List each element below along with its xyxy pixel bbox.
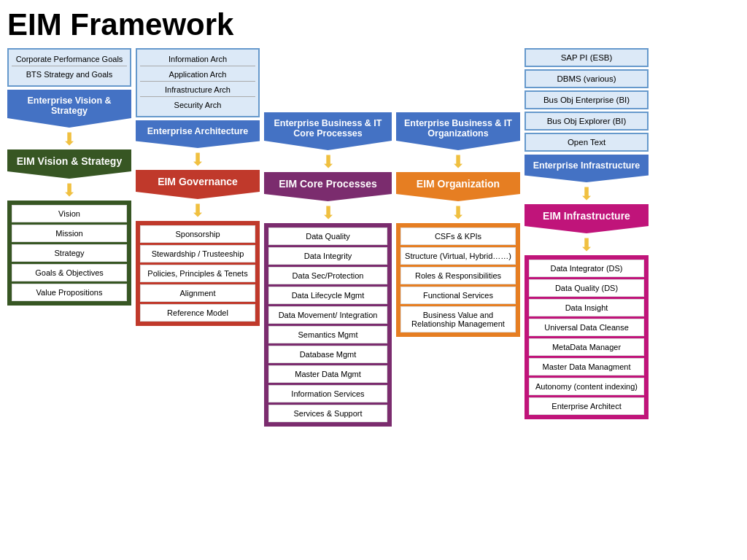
list-item: Database Mgmt <box>268 346 387 363</box>
list-item: Enterprise Architect <box>529 397 644 415</box>
top-info-arch: Information Arch Application Arch Infras… <box>136 48 260 117</box>
down-arrow-arch: ⬇ <box>190 151 205 168</box>
column-organizations: Enterprise Business & IT Organizations ⬇… <box>396 48 520 427</box>
list-item: Stewardship / Trusteeship <box>140 245 255 262</box>
eim-banner-vision: EIM Vision & Strategy <box>7 149 131 179</box>
list-item: Information Services <box>268 385 387 402</box>
tool-item: SAP PI (ESB) <box>525 48 649 67</box>
list-item: Data Insight <box>529 299 644 316</box>
content-infra: Data Integrator (DS) Data Quality (DS) D… <box>525 255 649 419</box>
blue-banner-arch: Enterprise Architecture <box>136 120 260 148</box>
eim-banner-org: EIM Organization <box>396 172 520 201</box>
list-item: Strategy <box>12 244 127 262</box>
list-item: Data Lifecycle Mgmt <box>268 287 387 304</box>
list-item: Data Movement/ Integration <box>268 306 387 324</box>
down-arrow-org: ⬇ <box>451 153 465 171</box>
column-architecture: Information Arch Application Arch Infras… <box>136 48 260 427</box>
column-vision-strategy: Corporate Performance Goals BTS Strategy… <box>7 48 131 427</box>
top-info-item: Security Arch <box>140 98 255 112</box>
list-item: Business Value and Relationship Manageme… <box>400 306 516 332</box>
list-item: Value Propositions <box>12 284 127 301</box>
list-item: Mission <box>12 225 127 242</box>
main-layout: Corporate Performance Goals BTS Strategy… <box>7 48 740 427</box>
page-container: EIM Framework Corporate Performance Goal… <box>7 7 740 427</box>
list-item: Master Data Managment <box>529 358 644 376</box>
right-tools: SAP PI (ESB) DBMS (various) Bus Obj Ente… <box>525 48 649 152</box>
list-item: CSFs & KPIs <box>400 228 516 245</box>
down-arrow-infra2: ⬇ <box>579 236 594 254</box>
list-item: Functional Services <box>400 287 516 304</box>
top-info-item: Information Arch <box>140 52 255 66</box>
list-item: Data Quality <box>268 228 387 245</box>
top-info-item: Corporate Performance Goals <box>12 52 127 66</box>
down-arrow-vision2: ⬇ <box>62 182 77 199</box>
blue-banner-vision: Enterprise Vision & Strategy <box>7 90 131 128</box>
blue-banner-core: Enterprise Business & IT Core Processes <box>264 112 392 150</box>
page-title: EIM Framework <box>7 7 740 42</box>
list-item: Alignment <box>140 284 255 302</box>
top-info-vision: Corporate Performance Goals BTS Strategy… <box>7 48 131 87</box>
tool-item: Open Text <box>525 133 649 152</box>
eim-banner-infra: EIM Infrastructure <box>525 204 649 233</box>
list-item: Data Integrity <box>268 247 387 265</box>
list-item: Services & Support <box>268 405 387 422</box>
list-item: Master Data Mgmt <box>268 365 387 383</box>
eim-banner-governance: EIM Governance <box>136 170 260 199</box>
down-arrow-arch2: ⬇ <box>190 202 205 219</box>
top-info-item: Application Arch <box>140 68 255 82</box>
down-arrow-vision: ⬇ <box>62 131 77 148</box>
column-core-processes: Enterprise Business & IT Core Processes … <box>264 48 392 427</box>
down-arrow-infra: ⬇ <box>579 185 594 203</box>
list-item: Data Integrator (DS) <box>529 260 644 277</box>
top-info-item: BTS Strategy and Goals <box>12 68 127 81</box>
column-infrastructure: SAP PI (ESB) DBMS (various) Bus Obj Ente… <box>525 48 649 427</box>
blue-banner-org: Enterprise Business & IT Organizations <box>396 112 520 150</box>
list-item: Reference Model <box>140 304 255 322</box>
content-core: Data Quality Data Integrity Data Sec/Pro… <box>264 223 392 427</box>
list-item: Semantics Mgmt <box>268 326 387 343</box>
list-item: MetaData Manager <box>529 338 644 356</box>
list-item: Sponsorship <box>140 225 255 243</box>
list-item: Data Quality (DS) <box>529 279 644 297</box>
list-item: Universal Data Cleanse <box>529 319 644 336</box>
list-item: Data Sec/Protection <box>268 267 387 284</box>
blue-banner-infra: Enterprise Infrastructure <box>525 155 649 182</box>
tool-item: Bus Obj Explorer (BI) <box>525 112 649 131</box>
down-arrow-core2: ⬇ <box>321 204 336 222</box>
content-governance: Sponsorship Stewardship / Trusteeship Po… <box>136 221 260 326</box>
content-org: CSFs & KPIs Structure (Virtual, Hybrid……… <box>396 223 520 337</box>
down-arrow-org2: ⬇ <box>451 204 465 222</box>
down-arrow-core: ⬇ <box>321 153 336 171</box>
content-vision: Vision Mission Strategy Goals & Objectiv… <box>7 201 131 306</box>
list-item: Structure (Virtual, Hybrid……) <box>400 247 516 265</box>
list-item: Policies, Principles & Tenets <box>140 265 255 282</box>
tool-item: DBMS (various) <box>525 69 649 88</box>
eim-banner-core: EIM Core Processes <box>264 172 392 201</box>
list-item: Goals & Objectives <box>12 264 127 281</box>
list-item: Roles & Responsibilities <box>400 267 516 284</box>
top-info-item: Infrastructure Arch <box>140 83 255 97</box>
list-item: Vision <box>12 205 127 222</box>
tool-item: Bus Obj Enterprise (BI) <box>525 90 649 109</box>
list-item: Autonomy (content indexing) <box>529 378 644 395</box>
